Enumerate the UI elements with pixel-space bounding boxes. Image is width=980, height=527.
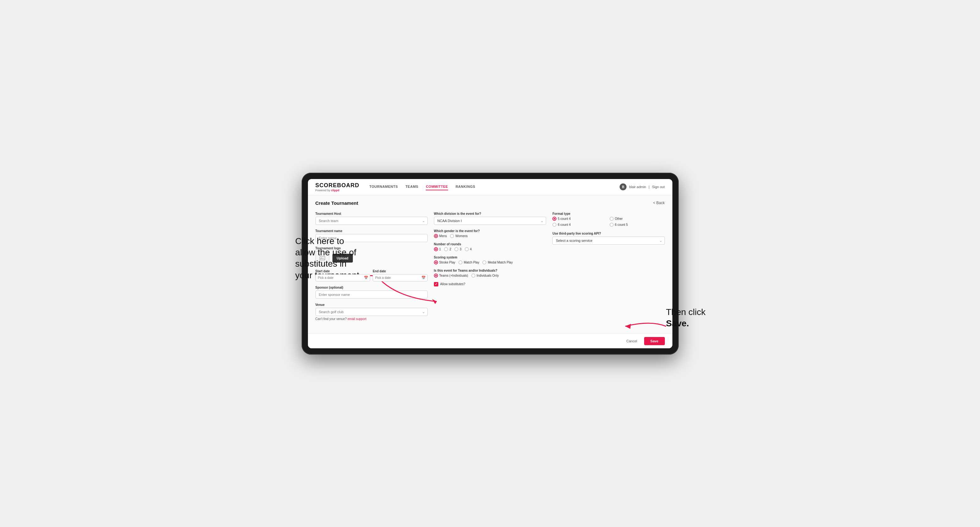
- rounds-label: Number of rounds: [434, 243, 546, 246]
- rounds-4-radio[interactable]: [465, 247, 469, 251]
- event-type-individuals-label: Individuals Only: [477, 274, 499, 277]
- rounds-3[interactable]: 3: [454, 247, 461, 251]
- rounds-1-radio[interactable]: [434, 247, 438, 251]
- cancel-button[interactable]: Cancel: [623, 337, 641, 345]
- nav-item-rankings[interactable]: RANKINGS: [456, 183, 476, 190]
- rounds-2-radio[interactable]: [444, 247, 448, 251]
- format-other-label: Other: [615, 217, 623, 221]
- gender-label: Which gender is the event for?: [434, 229, 546, 233]
- scoring-medal-radio[interactable]: [482, 260, 487, 264]
- rounds-3-label: 3: [460, 248, 461, 251]
- format-type-label: Format type: [552, 212, 665, 216]
- save-button[interactable]: Save: [644, 337, 665, 345]
- end-date-input[interactable]: [373, 274, 428, 281]
- end-date-group: End date 📅: [373, 270, 428, 281]
- page-title: Create Tournament: [315, 200, 358, 206]
- format-5count4-radio[interactable]: [552, 217, 557, 221]
- top-nav: SCOREBOARD Powered by clippd TOURNAMENTS…: [308, 179, 672, 195]
- sponsor-input[interactable]: [315, 290, 428, 299]
- sign-out-link[interactable]: Sign out: [652, 185, 665, 189]
- rounds-3-radio[interactable]: [454, 247, 458, 251]
- form-column-2: Which division is the event for? NCAA Di…: [434, 212, 546, 325]
- scoring-match-radio[interactable]: [458, 260, 463, 264]
- tournament-host-select-wrapper: [315, 217, 428, 225]
- gender-radio-group: Mens Womens: [434, 234, 546, 238]
- division-select-wrapper: NCAA Division I: [434, 217, 546, 225]
- nav-item-teams[interactable]: TEAMS: [405, 183, 418, 190]
- allow-subs-group[interactable]: Allow substitutes?: [434, 282, 546, 286]
- page-header: Create Tournament < Back: [315, 200, 665, 206]
- gender-mens-radio[interactable]: [434, 234, 438, 238]
- rounds-2[interactable]: 2: [444, 247, 451, 251]
- back-button[interactable]: < Back: [653, 201, 665, 205]
- end-date-wrapper: 📅: [373, 274, 428, 281]
- scoring-stroke-radio[interactable]: [434, 260, 438, 264]
- scoring-medal-label: Medal Match Play: [488, 261, 512, 264]
- logo-brand: clippd: [331, 189, 340, 192]
- venue-label: Venue: [315, 303, 428, 306]
- scoring-stroke[interactable]: Stroke Play: [434, 260, 455, 264]
- scoring-api-select-wrapper: Select a scoring service: [552, 237, 665, 244]
- start-date-wrapper: 📅: [315, 274, 371, 281]
- pipe-separator: |: [649, 185, 649, 189]
- logo-area: SCOREBOARD Powered by clippd: [315, 182, 360, 192]
- rounds-4[interactable]: 4: [465, 247, 472, 251]
- format-6count5[interactable]: 6 count 5: [609, 223, 665, 227]
- scoring-radio-group: Stroke Play Match Play Medal Match Play: [434, 260, 546, 264]
- rounds-4-label: 4: [470, 248, 472, 251]
- start-date-icon: 📅: [364, 276, 368, 280]
- scoring-match-label: Match Play: [464, 261, 479, 264]
- format-other-radio[interactable]: [609, 217, 614, 221]
- scoring-label: Scoring system: [434, 256, 546, 259]
- venue-group: Venue Can't find your venue? email suppo…: [315, 303, 428, 321]
- scoring-stroke-label: Stroke Play: [439, 261, 455, 264]
- format-6count4-label: 6 count 4: [558, 223, 571, 227]
- event-type-individuals[interactable]: Individuals Only: [471, 273, 499, 278]
- gender-womens-radio[interactable]: [450, 234, 454, 238]
- allow-subs-checkbox[interactable]: [434, 282, 438, 286]
- event-type-teams-radio[interactable]: [434, 273, 438, 278]
- end-date-icon: 📅: [422, 276, 426, 280]
- venue-email-link[interactable]: email support: [347, 317, 366, 321]
- scoring-group: Scoring system Stroke Play Match Play: [434, 256, 546, 264]
- nav-items: TOURNAMENTS TEAMS COMMITTEE RANKINGS: [369, 183, 620, 190]
- format-6count5-radio[interactable]: [609, 223, 614, 227]
- event-type-group: Is this event for Teams and/or Individua…: [434, 269, 546, 278]
- scoring-api-select[interactable]: Select a scoring service: [552, 237, 665, 244]
- allow-subs-label: Allow substitutes?: [440, 283, 465, 286]
- rounds-group: Number of rounds 1 2: [434, 243, 546, 251]
- venue-input[interactable]: [315, 308, 428, 316]
- annotation-right: Then click Save.: [666, 306, 729, 329]
- format-type-group: Format type 5 count 4 Other: [552, 212, 665, 227]
- scoring-api-group: Use third-party live scoring API? Select…: [552, 232, 665, 244]
- scoring-match[interactable]: Match Play: [458, 260, 479, 264]
- rounds-1[interactable]: 1: [434, 247, 441, 251]
- form-layout: Tournament Host Tournament name Tourname…: [315, 212, 665, 325]
- nav-item-committee[interactable]: COMMITTEE: [426, 183, 448, 190]
- form-footer: Cancel Save: [308, 333, 672, 348]
- event-type-teams[interactable]: Teams (+Individuals): [434, 273, 468, 278]
- gender-group: Which gender is the event for? Mens Wome…: [434, 229, 546, 238]
- start-date-input[interactable]: [315, 274, 371, 281]
- format-6count4[interactable]: 6 count 4: [552, 223, 608, 227]
- gender-mens-label: Mens: [439, 234, 447, 238]
- logo-powered: Powered by clippd: [315, 189, 360, 192]
- logo-scoreboard: SCOREBOARD: [315, 182, 360, 189]
- division-select[interactable]: NCAA Division I: [434, 217, 546, 225]
- user-area: B blair admin | Sign out: [620, 183, 665, 190]
- scoring-medal[interactable]: Medal Match Play: [482, 260, 512, 264]
- event-type-individuals-radio[interactable]: [471, 273, 476, 278]
- nav-item-tournaments[interactable]: TOURNAMENTS: [369, 183, 398, 190]
- tournament-host-input[interactable]: [315, 217, 428, 225]
- gender-womens[interactable]: Womens: [450, 234, 468, 238]
- scoring-api-label: Use third-party live scoring API?: [552, 232, 665, 235]
- tournament-host-group: Tournament Host: [315, 212, 428, 225]
- format-5count4[interactable]: 5 count 4: [552, 217, 608, 221]
- format-other[interactable]: Other: [609, 217, 665, 221]
- venue-help-text: Can't find your venue? email support: [315, 317, 428, 321]
- format-6count4-radio[interactable]: [552, 223, 557, 227]
- form-column-3: Format type 5 count 4 Other: [552, 212, 665, 325]
- rounds-radio-group: 1 2 3: [434, 247, 546, 251]
- gender-mens[interactable]: Mens: [434, 234, 447, 238]
- tournament-name-label: Tournament name: [315, 229, 428, 233]
